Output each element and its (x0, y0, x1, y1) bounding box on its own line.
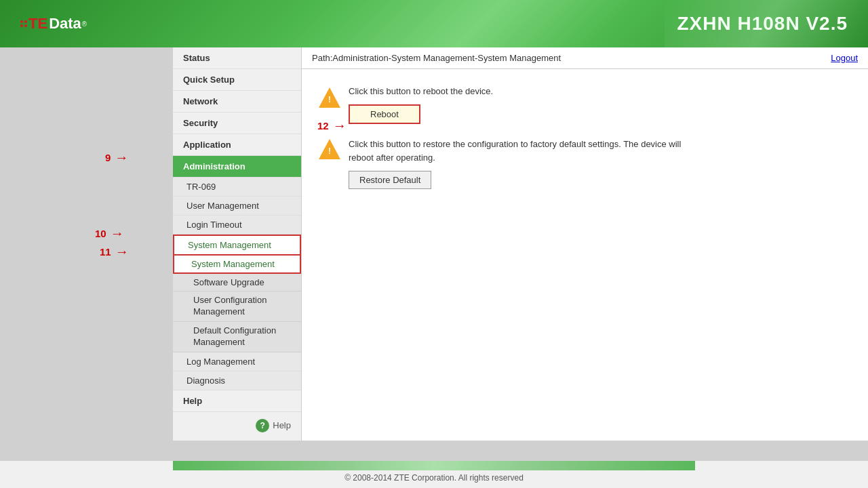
content-area: Path:Administration-System Management-Sy… (302, 47, 868, 441)
restore-description: Click this button to restore the configu… (349, 138, 688, 164)
sidebar-subitem-system-management[interactable]: System Management (173, 235, 301, 256)
sidebar-subitem-user-config[interactable]: User Configuration Management (173, 291, 301, 322)
help-icon: ? (256, 419, 269, 432)
header: TE Data ® ZXHN H108N V2.5 (0, 0, 868, 47)
sidebar-subitem-tr069[interactable]: TR-069 (173, 178, 301, 197)
logo-mark: ® (82, 20, 87, 28)
logo-data: Data (49, 15, 81, 33)
sidebar-subitem-default-config[interactable]: Default Configuration Management (173, 322, 301, 352)
device-title: ZXHN H108N V2.5 (677, 13, 848, 35)
warn-icon-restore: ! (319, 139, 340, 161)
help-label: Help (273, 420, 291, 430)
logo-te: TE (28, 15, 47, 33)
content-body: ! Click this button to reboot the device… (302, 69, 868, 206)
sidebar-item-application[interactable]: Application (173, 134, 301, 156)
reboot-text: Click this button to reboot the device. … (349, 86, 493, 124)
reboot-button[interactable]: Reboot (349, 104, 420, 124)
logo: TE Data ® (20, 15, 87, 33)
sidebar-subitem-diagnosis[interactable]: Diagnosis (173, 371, 301, 390)
sidebar-item-security[interactable]: Security (173, 113, 301, 134)
left-margin (0, 47, 173, 461)
sidebar-subitem-system-management-sub[interactable]: System Management (173, 256, 301, 274)
warn-icon-reboot: ! (319, 87, 340, 109)
footer-bar (173, 461, 695, 470)
footer-copyright: © 2008-2014 ZTE Corporation. All rights … (0, 470, 868, 485)
sidebar-item-status[interactable]: Status (173, 47, 301, 69)
logo-dots (20, 20, 27, 27)
help-bottom: ? Help (173, 412, 301, 439)
sidebar-item-help[interactable]: Help (173, 390, 301, 412)
sidebar-item-administration[interactable]: Administration (173, 156, 301, 178)
sidebar: Status Quick Setup Network Security Appl… (173, 47, 302, 441)
restore-text: Click this button to restore the configu… (349, 138, 688, 189)
restore-section: ! Click this button to restore the confi… (319, 138, 851, 189)
reboot-btn-area: Reboot (349, 104, 493, 124)
restore-default-button[interactable]: Restore Default (349, 171, 431, 189)
reboot-section: ! Click this button to reboot the device… (319, 86, 851, 124)
logout-link[interactable]: Logout (831, 53, 858, 63)
sidebar-item-network[interactable]: Network (173, 91, 301, 113)
sidebar-subitem-login-timeout[interactable]: Login Timeout (173, 216, 301, 235)
warn-exclaim-restore: ! (328, 146, 331, 156)
restore-btn-area: Restore Default (349, 171, 688, 189)
sidebar-subitem-user-management[interactable]: User Management (173, 197, 301, 216)
reboot-description: Click this button to reboot the device. (349, 86, 493, 96)
sidebar-item-quick-setup[interactable]: Quick Setup (173, 69, 301, 91)
sidebar-subitem-log-management[interactable]: Log Management (173, 352, 301, 371)
breadcrumb: Path:Administration-System Management-Sy… (312, 53, 561, 63)
path-bar: Path:Administration-System Management-Sy… (302, 47, 868, 69)
sidebar-subitem-software-upgrade[interactable]: Software Upgrade (173, 274, 301, 291)
warn-exclaim-reboot: ! (328, 95, 331, 104)
footer: © 2008-2014 ZTE Corporation. All rights … (0, 461, 868, 488)
